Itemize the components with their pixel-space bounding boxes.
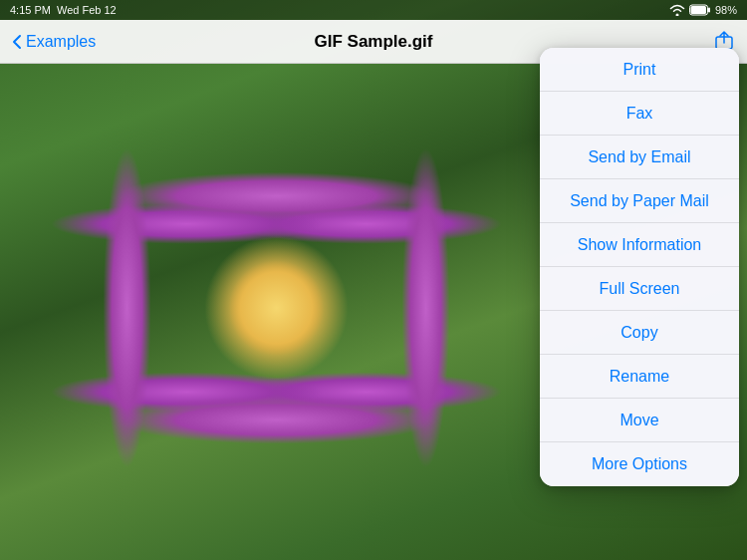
svg-rect-1 — [708, 8, 710, 13]
menu-item-more-options[interactable]: More Options — [540, 442, 739, 486]
back-label: Examples — [26, 33, 96, 51]
nav-title: GIF Sample.gif — [314, 32, 432, 52]
status-date: Wed Feb 12 — [57, 4, 117, 16]
status-time: 4:15 PM — [10, 4, 51, 16]
nav-back-button[interactable]: Examples — [12, 33, 96, 51]
status-left: 4:15 PM Wed Feb 12 — [10, 4, 117, 16]
back-chevron-icon — [12, 34, 22, 50]
menu-item-move[interactable]: Move — [540, 399, 739, 442]
menu-item-print[interactable]: Print — [540, 48, 739, 92]
menu-item-show-info[interactable]: Show Information — [540, 223, 739, 267]
menu-item-send-paper-mail[interactable]: Send by Paper Mail — [540, 179, 739, 223]
battery-label: 98% — [715, 4, 737, 16]
menu-item-fax[interactable]: Fax — [540, 92, 739, 136]
status-bar: 4:15 PM Wed Feb 12 98% — [0, 0, 747, 20]
status-right: 98% — [669, 4, 737, 16]
svg-rect-2 — [690, 6, 706, 14]
menu-item-send-email[interactable]: Send by Email — [540, 136, 739, 179]
menu-item-copy[interactable]: Copy — [540, 311, 739, 355]
menu-item-full-screen[interactable]: Full Screen — [540, 267, 739, 311]
wifi-icon — [669, 4, 685, 16]
menu-item-rename[interactable]: Rename — [540, 355, 739, 399]
context-menu: PrintFaxSend by EmailSend by Paper MailS… — [540, 48, 739, 486]
battery-icon — [689, 4, 711, 16]
